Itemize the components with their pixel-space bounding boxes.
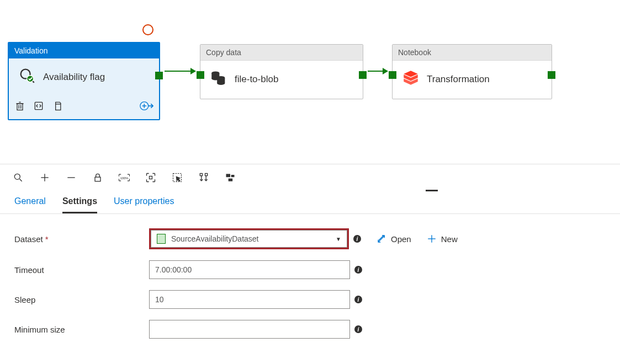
- svg-rect-27: [150, 176, 152, 179]
- svg-rect-3: [17, 104, 23, 110]
- chevron-down-icon: ▼: [336, 236, 341, 242]
- svg-point-20: [14, 174, 20, 179]
- properties-tabs: General Settings User properties: [0, 191, 620, 214]
- canvas-toolbar: 100%: [0, 164, 620, 191]
- svg-rect-9: [56, 104, 61, 110]
- activity-name: file-to-blob: [235, 74, 278, 85]
- tab-general[interactable]: General: [14, 196, 46, 213]
- tab-user-properties[interactable]: User properties: [114, 196, 174, 213]
- svg-text:100%: 100%: [120, 176, 129, 180]
- databricks-icon: [401, 68, 420, 90]
- input-port[interactable]: [197, 71, 204, 79]
- select-tool-icon[interactable]: [171, 172, 183, 184]
- info-icon[interactable]: i: [354, 296, 362, 303]
- pipeline-canvas[interactable]: Validation Availability flag: [0, 0, 620, 164]
- connector-arrow: [368, 71, 388, 72]
- svg-rect-30: [205, 174, 208, 176]
- settings-form: Dataset* SourceAvailabilityDataset ▼ i O…: [0, 214, 620, 364]
- new-dataset-button[interactable]: New: [427, 234, 458, 244]
- svg-rect-33: [226, 174, 231, 177]
- dataset-select-highlight: SourceAvailabilityDataset ▼: [149, 228, 349, 249]
- connector-arrow: [165, 71, 195, 72]
- activity-type-label: Notebook: [393, 45, 552, 61]
- output-port[interactable]: [359, 71, 367, 79]
- layout-icon[interactable]: [224, 172, 236, 184]
- database-copy-icon: [209, 68, 228, 90]
- search-icon[interactable]: [12, 172, 24, 184]
- code-icon[interactable]: [33, 100, 44, 113]
- dataset-file-icon: [157, 234, 166, 244]
- timeout-input[interactable]: [149, 260, 350, 279]
- activity-type-label: Validation: [9, 43, 159, 58]
- fit-screen-icon[interactable]: [145, 172, 157, 184]
- svg-rect-35: [229, 179, 233, 181]
- delete-icon[interactable]: [14, 100, 25, 113]
- timeout-label: Timeout: [14, 265, 149, 275]
- sleep-input[interactable]: [149, 290, 350, 309]
- svg-point-19: [217, 82, 225, 85]
- svg-line-21: [20, 179, 22, 181]
- minsize-label: Minimum size: [14, 325, 149, 334]
- lock-icon[interactable]: [92, 172, 104, 184]
- svg-point-2: [27, 76, 34, 82]
- dataset-value: SourceAvailabilityDataset: [171, 234, 330, 243]
- add-output-icon[interactable]: [139, 99, 153, 115]
- activity-validation[interactable]: Validation Availability flag: [8, 42, 160, 120]
- search-check-icon: [18, 66, 36, 88]
- auto-align-icon[interactable]: [198, 172, 210, 184]
- activity-notebook[interactable]: Notebook Transformation: [392, 44, 552, 99]
- output-port[interactable]: [155, 72, 163, 79]
- svg-rect-34: [231, 175, 235, 177]
- open-dataset-button[interactable]: Open: [377, 234, 411, 244]
- add-icon[interactable]: [39, 172, 51, 184]
- minus-icon[interactable]: [65, 172, 77, 184]
- minsize-input[interactable]: [149, 320, 350, 339]
- activity-name: Availability flag: [43, 72, 105, 83]
- output-port[interactable]: [548, 71, 555, 79]
- activity-type-label: Copy data: [200, 45, 363, 61]
- activity-copy-data[interactable]: Copy data file-to-blob: [200, 44, 363, 99]
- input-port[interactable]: [389, 71, 396, 79]
- info-icon[interactable]: i: [354, 266, 362, 274]
- info-icon[interactable]: i: [353, 235, 361, 243]
- info-icon[interactable]: i: [354, 325, 362, 333]
- svg-rect-29: [200, 174, 202, 176]
- svg-rect-25: [95, 177, 100, 181]
- activity-name: Transformation: [427, 74, 490, 85]
- copy-icon[interactable]: [52, 100, 63, 113]
- zoom-100-icon[interactable]: 100%: [118, 172, 130, 184]
- dataset-dropdown[interactable]: SourceAvailabilityDataset ▼: [151, 230, 347, 248]
- validation-status-indicator: [142, 24, 153, 35]
- panel-resize-handle[interactable]: [426, 190, 438, 191]
- dataset-label: Dataset*: [14, 234, 149, 244]
- sleep-label: Sleep: [14, 295, 149, 304]
- tab-settings[interactable]: Settings: [62, 196, 97, 213]
